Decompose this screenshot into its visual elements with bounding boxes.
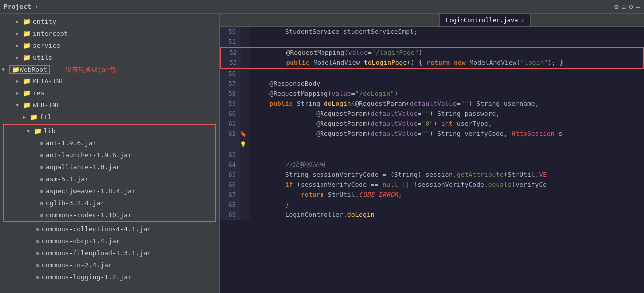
project-label: Project [4,3,31,10]
jar-icon: ▪ [40,174,44,184]
jar-icon: ▪ [36,248,40,258]
sidebar-item-commons-collections[interactable]: ▪ commons-collections4-4.1.jar [0,224,219,236]
table-row: 66 if (sessionVerifyCode == null || !ses… [220,180,644,190]
sidebar-item-label: cglib-3.2.4.jar [46,198,104,208]
table-row: 58 @RequestMapping(value="/doLogin") [220,89,644,99]
sidebar: ▶ 📁 entity ▶ 📁 intercept ▶ 📁 service ▶ 📁… [0,14,220,293]
arrow-icon: ▶ [16,41,23,51]
gutter: 🔖 💡 [240,129,250,150]
gutter [240,37,250,47]
code-content: @RequestParam(defaultValue="") String pa… [250,109,644,119]
gear-icon[interactable]: ⚙ [629,3,633,11]
folder-icon: 📁 [12,66,20,74]
sidebar-item-commons-dbcp[interactable]: ▪ commons-dbcp-1.4.jar [0,236,219,248]
sidebar-item-ant[interactable]: ▪ ant-1.9.6.jar [4,138,215,150]
sidebar-item-label: commons-logging-1.2.jar [42,272,132,282]
sidebar-item-label: utils [33,53,52,63]
line-number: 63 [220,150,240,160]
table-row: 52 @RequestMapping(value="/loginPage") 5… [220,47,644,69]
tab-logincontroller[interactable]: LoginController.java × [439,14,531,26]
sidebar-item-lib[interactable]: ▼ 📁 lib [4,126,215,138]
code-content: LoginController.doLogin [250,210,644,220]
gutter [240,119,250,129]
sidebar-item-commons-io[interactable]: ▪ commons-io-2.4.jar [0,260,219,272]
folder-icon: 📁 [23,41,31,51]
folder-icon: 📁 [23,53,31,63]
sidebar-item-commons-fileupload[interactable]: ▪ commons-fileupload-1.3.1.jar [0,248,219,260]
sidebar-item-label: META-INF [33,76,64,86]
webroot-label: WebRoot [20,66,47,74]
sidebar-item-label: aspectjweaver-1.8.4.jar [46,186,136,196]
folder-icon: 📁 [23,76,31,86]
folder-icon: 📁 [30,112,38,122]
sidebar-item-cglib[interactable]: ▪ cglib-3.2.4.jar [4,198,215,210]
bookmark-icon: 🔖 [240,131,247,138]
line-number: 51 [220,37,240,47]
sidebar-item-label: intercept [33,29,68,39]
filter-icon[interactable]: ≡ [622,3,626,11]
code-content [250,150,644,160]
sidebar-item-web-inf[interactable]: ▼ 📁 WEB-INF [0,100,219,112]
jar-icon: ▪ [36,236,40,246]
table-row: 57 @ResponseBody [220,79,644,89]
code-content: } [250,200,644,210]
sidebar-item-ant-launcher[interactable]: ▪ ant-launcher-1.9.6.jar [4,150,215,162]
code-content: //比较验证码 [250,160,644,170]
minimize-icon[interactable]: — [636,3,640,11]
sidebar-item-label: entity [33,17,56,27]
line-number: 67 [220,190,240,200]
sidebar-item-intercept[interactable]: ▶ 📁 intercept [0,28,219,40]
code-line-53: 53 public ModelAndView toLoginPage() { r… [221,58,643,68]
jar-icon: ▪ [40,210,44,220]
sidebar-item-label: commons-collections4-4.1.jar [42,224,151,234]
gutter [240,190,250,200]
line-number: 59 [220,99,240,109]
jar-icon: ▪ [36,224,40,234]
sidebar-item-label: commons-io-2.4.jar [42,260,112,270]
sidebar-item-res[interactable]: ▶ 📁 res [0,88,219,100]
gutter [240,69,250,79]
editor-panel: LoginController.java × 50 StudentService… [220,14,644,293]
table-row: 63 [220,150,644,160]
tab-close-icon[interactable]: × [521,18,524,24]
code-content: @RequestParam(defaultValue="0") int user… [250,119,644,129]
sidebar-item-utils[interactable]: ▶ 📁 utils [0,52,219,64]
sidebar-item-meta-inf[interactable]: ▶ 📁 META-INF [0,76,219,88]
table-row: 60 @RequestParam(defaultValue="") String… [220,109,644,119]
sidebar-item-commons-logging[interactable]: ▪ commons-logging-1.2.jar [0,272,219,284]
line-number: 65 [220,170,240,180]
folder-icon: 📁 [34,126,42,136]
sidebar-item-aspectjweaver[interactable]: ▪ aspectjweaver-1.8.4.jar [4,186,215,198]
code-content: public ModelAndView toLoginPage() { retu… [251,58,567,68]
arrow-icon: ▶ [16,17,23,27]
sidebar-item-ftl[interactable]: ▶ 📁 ftl [0,112,219,124]
code-area[interactable]: 50 StudentService studentServiceImpl; 51 [220,27,644,293]
sidebar-item-commons-codec[interactable]: ▪ commons-codec-1.10.jar [4,210,215,222]
settings-icon[interactable]: ⚙ [614,3,618,11]
sidebar-item-service[interactable]: ▶ 📁 service [0,40,219,52]
sidebar-item-label: lib [44,126,55,136]
bulb-icon[interactable]: 💡 [240,142,247,148]
sidebar-item-entity[interactable]: ▶ 📁 entity [0,16,219,28]
jar-icon: ▪ [40,138,44,148]
jar-icon: ▪ [40,198,44,208]
tab-label: LoginController.java [446,17,518,24]
code-content: public String doLogin(@RequestParam(defa… [250,99,644,109]
folder-icon: 📁 [23,29,31,39]
line-number: 69 [220,210,240,220]
arrow-icon: ▶ [23,112,30,122]
webroot-row[interactable]: ▼ 📁 WebRoot 没有转换成jar包 [0,64,219,76]
sidebar-item-asm[interactable]: ▪ asm-5.1.jar [4,174,215,186]
arrow-icon: ▶ [16,88,23,98]
tab-bar: LoginController.java × [220,14,644,27]
jar-icon: ▪ [40,162,44,172]
line-number: 56 [220,69,240,79]
code-content: @RequestMapping(value="/loginPage") [251,48,427,58]
gutter [240,150,250,160]
annotation-text: 没有转换成jar包 [65,66,116,74]
gutter [240,210,250,220]
jar-icon: ▪ [36,272,40,282]
sidebar-item-aopalliance[interactable]: ▪ aopalliance-1.0.jar [4,162,215,174]
gutter [241,48,251,58]
line-number: 61 [220,119,240,129]
